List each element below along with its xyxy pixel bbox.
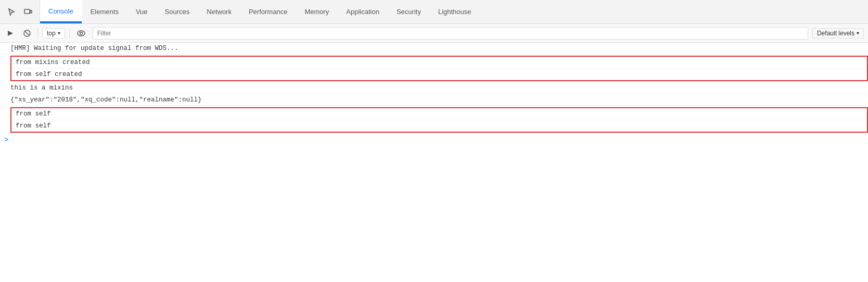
svg-marker-2	[8, 31, 13, 36]
toolbar-divider-1	[37, 28, 38, 39]
console-row-self-created: from self created	[11, 69, 867, 80]
console-group-1: from mixins created from self created	[10, 56, 868, 81]
eye-button[interactable]	[74, 27, 88, 40]
svg-rect-1	[30, 10, 32, 13]
tab-security[interactable]: Security	[388, 0, 430, 23]
filter-input[interactable]	[93, 27, 808, 40]
console-output: [HMR] Waiting for update signal from WDS…	[0, 43, 868, 282]
tab-list: Console Elements Vue Sources Network Per…	[40, 0, 868, 23]
tab-bar: Console Elements Vue Sources Network Per…	[0, 0, 868, 24]
console-text-self-2: from self	[16, 121, 51, 131]
context-selector[interactable]: top ▾	[42, 28, 65, 39]
tab-elements[interactable]: Elements	[82, 0, 127, 23]
toolbar-divider-2	[69, 28, 70, 39]
default-levels-label: Default levels	[817, 30, 854, 37]
prompt-arrow: >	[4, 136, 8, 144]
svg-point-5	[78, 31, 85, 36]
console-text-self-created: from self created	[16, 70, 82, 79]
cursor-icon[interactable]	[5, 6, 18, 18]
console-row-self-1: from self	[11, 108, 867, 120]
console-text-json: {"xs_year":"2018","xq_code":null,"realna…	[10, 95, 202, 105]
tab-performance[interactable]: Performance	[240, 0, 296, 23]
tab-vue[interactable]: Vue	[127, 0, 157, 23]
console-text-hmr: [HMR] Waiting for update signal from WDS…	[10, 44, 178, 53]
tab-lighthouse[interactable]: Lighthouse	[430, 0, 480, 23]
console-text-mixins-created: from mixins created	[16, 58, 90, 67]
tab-console[interactable]: Console	[40, 0, 82, 23]
tab-application[interactable]: Application	[338, 0, 388, 23]
devtools-icons	[0, 0, 40, 23]
device-icon[interactable]	[22, 6, 34, 18]
console-text-self-1: from self	[16, 109, 51, 119]
console-row-json: {"xs_year":"2018","xq_code":null,"realna…	[0, 94, 868, 106]
tab-sources[interactable]: Sources	[157, 0, 199, 23]
levels-dropdown-icon: ▾	[857, 30, 859, 36]
console-row-mixins-text: this is a mixins	[0, 82, 868, 94]
console-row-self-2: from self	[11, 120, 867, 132]
console-toolbar: top ▾ Default levels ▾	[0, 24, 868, 43]
context-label: top	[47, 30, 56, 37]
console-row-hmr: [HMR] Waiting for update signal from WDS…	[0, 43, 868, 55]
console-group-2: from self from self	[10, 107, 868, 133]
svg-line-4	[25, 31, 30, 35]
console-text-mixins-text: this is a mixins	[10, 83, 73, 93]
dropdown-icon: ▾	[58, 30, 60, 36]
svg-rect-0	[24, 9, 30, 14]
clear-console-button[interactable]	[21, 27, 33, 40]
execute-context-button[interactable]	[4, 27, 17, 40]
console-prompt-row[interactable]: >	[0, 134, 868, 146]
console-row-mixins-created: from mixins created	[11, 57, 867, 69]
default-levels-dropdown[interactable]: Default levels ▾	[812, 28, 864, 39]
tab-network[interactable]: Network	[198, 0, 240, 23]
svg-point-6	[80, 32, 82, 34]
tab-memory[interactable]: Memory	[296, 0, 338, 23]
